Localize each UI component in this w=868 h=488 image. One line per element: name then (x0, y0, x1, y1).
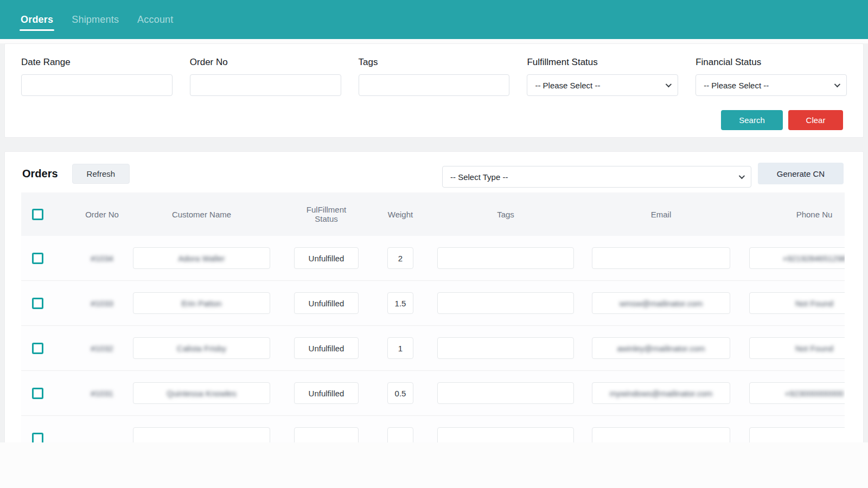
tags-input[interactable] (437, 427, 574, 442)
table-row: #1033 Erin Patton Unfulfilled 1.5 wmsw@m… (21, 281, 845, 326)
fulfillment-status-box: Unfulfilled (294, 382, 359, 404)
orders-title: Orders (22, 168, 58, 180)
table-header-row: Order No Customer Name FulFillment Statu… (21, 192, 845, 236)
table-row: #1034 Adora Waller Unfulfilled 2 +921928… (21, 236, 845, 281)
content-area: Date Range Order No Tags Fulfillment Sta… (0, 43, 868, 442)
row-checkbox[interactable] (32, 298, 43, 309)
phone-box: +923000000000 (749, 382, 845, 404)
chevron-down-icon (739, 173, 745, 179)
phone-box: Not Found (749, 337, 845, 359)
column-header-email: Email (592, 210, 730, 219)
fulfillment-status-box: Unfulfilled (294, 292, 359, 314)
table-row: #1032 Calista Frisby Unfulfilled 1 awinl… (21, 326, 845, 371)
table-row: #1031 Quintessa Knowles Unfulfilled 0.5 … (21, 371, 845, 416)
phone-box (749, 427, 845, 442)
order-no-value: #1031 (71, 389, 133, 398)
weight-box: 1.5 (387, 292, 413, 314)
tags-label: Tags (359, 57, 510, 68)
financial-status-select[interactable]: -- Please Select -- (695, 74, 847, 96)
phone-box: Not Found (749, 292, 845, 314)
type-select[interactable]: -- Select Type -- (442, 166, 751, 188)
email-box: awinley@mailinator.com (592, 337, 730, 359)
filter-field-fulfillment-status: Fulfillment Status -- Please Select -- (527, 57, 678, 96)
tags-filter-input[interactable] (359, 74, 510, 96)
tags-input[interactable] (437, 382, 574, 404)
nav-tab-orders[interactable]: Orders (21, 14, 53, 25)
customer-name-box: Calista Frisby (133, 337, 270, 359)
customer-name-box: Erin Patton (133, 292, 270, 314)
filter-field-order-no: Order No (190, 57, 341, 96)
type-select-selected-value: -- Select Type -- (450, 172, 508, 182)
fulfillment-status-select[interactable]: -- Please Select -- (527, 74, 678, 96)
row-checkbox[interactable] (32, 253, 43, 264)
select-all-checkbox[interactable] (32, 209, 43, 220)
clear-button[interactable]: Clear (788, 110, 843, 130)
filter-field-date-range: Date Range (21, 57, 173, 96)
order-no-label: Order No (190, 57, 341, 68)
fulfillment-status-box: Unfulfilled (294, 247, 359, 269)
column-header-order-no: Order No (71, 210, 133, 219)
tags-input[interactable] (437, 292, 574, 314)
order-no-input[interactable] (190, 74, 341, 96)
row-checkbox[interactable] (32, 388, 43, 399)
top-nav: Orders Shipments Account (0, 0, 868, 39)
column-header-customer-name: Customer Name (133, 210, 270, 219)
orders-table: Order No Customer Name FulFillment Statu… (21, 192, 845, 442)
filter-field-financial-status: Financial Status -- Please Select -- (695, 57, 847, 96)
row-checkbox[interactable] (32, 343, 43, 354)
search-button[interactable]: Search (721, 110, 783, 130)
column-header-weight: Weight (387, 210, 413, 219)
column-header-phone: Phone Nu (749, 210, 845, 219)
table-body: #1034 Adora Waller Unfulfilled 2 +921928… (21, 236, 845, 442)
refresh-button[interactable]: Refresh (72, 164, 130, 184)
tags-input[interactable] (437, 337, 574, 359)
email-box: mywindows@mailinator.com (592, 382, 730, 404)
weight-box: 1 (387, 337, 413, 359)
weight-box: 0.5 (387, 382, 413, 404)
nav-tab-account[interactable]: Account (137, 14, 173, 25)
email-box (592, 247, 730, 269)
fulfillment-status-selected-value: -- Please Select -- (535, 81, 600, 90)
date-range-label: Date Range (21, 57, 173, 68)
chevron-down-icon (834, 81, 840, 87)
fulfillment-status-box: Unfulfilled (294, 337, 359, 359)
column-header-fulfillment-status: FulFillment Status (294, 205, 359, 223)
email-box (592, 427, 730, 442)
weight-box: 2 (387, 247, 413, 269)
nav-tab-shipments[interactable]: Shipments (72, 14, 119, 25)
weight-box (387, 427, 413, 442)
financial-status-label: Financial Status (695, 57, 847, 68)
customer-name-box: Quintessa Knowles (133, 382, 270, 404)
filter-panel: Date Range Order No Tags Fulfillment Sta… (4, 43, 864, 138)
fulfillment-status-label: Fulfillment Status (527, 57, 678, 68)
order-no-value: #1032 (71, 344, 133, 353)
financial-status-selected-value: -- Please Select -- (704, 81, 769, 90)
filter-field-tags: Tags (359, 57, 510, 96)
order-no-value: #1034 (71, 254, 133, 263)
phone-box: +9219284651298 (749, 247, 845, 269)
generate-cn-button[interactable]: Generate CN (758, 163, 844, 184)
order-no-value: #1033 (71, 299, 133, 308)
table-row (21, 416, 845, 442)
row-checkbox[interactable] (32, 433, 43, 443)
orders-panel: Orders Refresh -- Select Type -- Generat… (4, 151, 864, 442)
column-header-tags: Tags (437, 210, 574, 219)
fulfillment-status-box (294, 427, 359, 442)
email-box: wmsw@mailinator.com (592, 292, 730, 314)
customer-name-box (133, 427, 270, 442)
customer-name-box: Adora Waller (133, 247, 270, 269)
chevron-down-icon (666, 81, 672, 87)
date-range-input[interactable] (21, 74, 173, 96)
tags-input[interactable] (437, 247, 574, 269)
